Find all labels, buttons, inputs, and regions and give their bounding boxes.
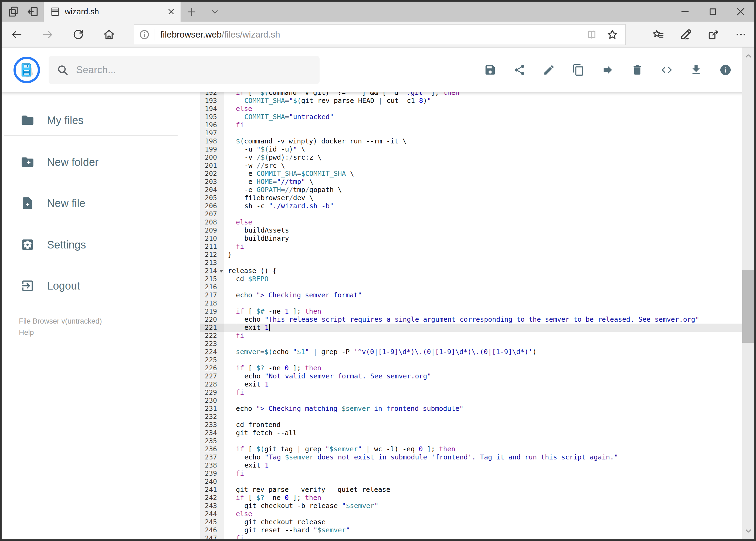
line-number[interactable]: 225 xyxy=(200,356,224,364)
line-number[interactable]: 202 xyxy=(200,170,224,178)
code-line[interactable]: 192 if [ "$(command -v git)" != "" ] && … xyxy=(200,92,742,97)
line-number[interactable]: 230 xyxy=(200,396,224,405)
url-text[interactable]: filebrowser.web/files/wizard.sh xyxy=(160,29,586,40)
download-button[interactable] xyxy=(690,64,702,76)
line-number[interactable]: 209 xyxy=(200,226,224,235)
page-scrollbar[interactable] xyxy=(742,48,754,539)
line-number[interactable]: 221 xyxy=(200,323,224,332)
line-number[interactable]: 207 xyxy=(200,210,224,218)
search-box[interactable] xyxy=(49,56,320,84)
line-number[interactable]: 226 xyxy=(200,364,224,372)
back-button[interactable] xyxy=(9,27,24,42)
fold-arrow-icon[interactable] xyxy=(219,270,223,272)
line-number[interactable]: 203 xyxy=(200,178,224,186)
code-line[interactable]: 201 -w //src \ xyxy=(200,162,742,170)
code-line[interactable]: 242 if [ $? -ne 0 ]; then xyxy=(200,494,742,502)
sidebar-item-logout[interactable]: Logout xyxy=(2,271,190,300)
code-line[interactable]: 244 else xyxy=(200,510,742,518)
code-line[interactable]: 217 echo "> Checking semver format" xyxy=(200,291,742,299)
code-line[interactable]: 222 fi xyxy=(200,332,742,340)
line-number[interactable]: 234 xyxy=(200,429,224,437)
code-line[interactable]: 247 fi xyxy=(200,534,742,539)
sidebar-item-settings[interactable]: Settings xyxy=(2,230,190,260)
code-line[interactable]: 246 git reset --hard "$semver" xyxy=(200,526,742,534)
home-button[interactable] xyxy=(102,27,117,42)
line-number[interactable]: 231 xyxy=(200,405,224,413)
code-line[interactable]: 233 cd frontend xyxy=(200,421,742,429)
tab-close-button[interactable] xyxy=(164,4,178,19)
move-button[interactable] xyxy=(602,64,614,76)
code-line[interactable]: 204 -e GOPATH=//tmp/gopath \ xyxy=(200,186,742,194)
line-number[interactable]: 204 xyxy=(200,186,224,194)
line-number[interactable]: 242 xyxy=(200,494,224,502)
app-logo[interactable] xyxy=(14,57,40,83)
favorites-hub-button[interactable] xyxy=(651,27,666,42)
code-line[interactable]: 239 fi xyxy=(200,469,742,477)
line-number[interactable]: 246 xyxy=(200,526,224,534)
code-line[interactable]: 207 xyxy=(200,210,742,218)
line-number[interactable]: 245 xyxy=(200,518,224,526)
code-line[interactable]: 196 fi xyxy=(200,121,742,129)
minimize-button[interactable] xyxy=(671,2,699,22)
line-number[interactable]: 238 xyxy=(200,461,224,469)
code-line[interactable]: 227 echo "Not valid semver format. See s… xyxy=(200,372,742,380)
code-line[interactable]: 232 xyxy=(200,413,742,421)
code-line[interactable]: 198 $(command -v winpty) docker run --rm… xyxy=(200,137,742,145)
favorite-star-icon[interactable] xyxy=(607,29,619,41)
window-close-button[interactable] xyxy=(727,2,754,22)
line-number[interactable]: 206 xyxy=(200,202,224,210)
code-line[interactable]: 195 COMMIT_SHA="untracked" xyxy=(200,113,742,121)
line-number[interactable]: 235 xyxy=(200,437,224,445)
code-editor[interactable]: 192 if [ "$(command -v git)" != "" ] && … xyxy=(200,92,742,539)
code-line[interactable]: 202 -e COMMIT_SHA=$COMMIT_SHA \ xyxy=(200,170,742,178)
code-line[interactable]: 213 xyxy=(200,259,742,267)
code-line[interactable]: 206 sh -c "./wizard.sh -b" xyxy=(200,202,742,210)
code-line[interactable]: 228 exit 1 xyxy=(200,380,742,388)
save-button[interactable] xyxy=(484,64,496,76)
reading-view-icon[interactable] xyxy=(586,29,597,40)
address-bar[interactable]: filebrowser.web/files/wizard.sh xyxy=(134,24,626,45)
code-line[interactable]: 231 echo "> Checking matching $semver in… xyxy=(200,405,742,413)
share-button[interactable] xyxy=(513,64,526,76)
line-number[interactable]: 240 xyxy=(200,477,224,486)
line-number[interactable]: 201 xyxy=(200,162,224,170)
code-line[interactable]: 194 else xyxy=(200,105,742,113)
code-line[interactable]: 221 exit 1 xyxy=(200,323,742,332)
code-line[interactable]: 243 git checkout -b release "$semver" xyxy=(200,502,742,510)
code-line[interactable]: 230 xyxy=(200,396,742,405)
copy-button[interactable] xyxy=(572,64,585,76)
code-line[interactable]: 234 git fetch --all xyxy=(200,429,742,437)
line-number[interactable]: 224 xyxy=(200,348,224,356)
refresh-button[interactable] xyxy=(71,27,86,42)
code-line[interactable]: 210 buildBinary xyxy=(200,235,742,243)
sidebar-item-new-file[interactable]: New file xyxy=(2,188,190,218)
line-number[interactable]: 199 xyxy=(200,145,224,154)
code-line[interactable]: 197 xyxy=(200,129,742,137)
line-number[interactable]: 237 xyxy=(200,453,224,461)
line-number[interactable]: 223 xyxy=(200,340,224,348)
code-line[interactable]: 240 xyxy=(200,477,742,486)
code-line[interactable]: 199 -u "$(id -u)" \ xyxy=(200,145,742,154)
line-number[interactable]: 227 xyxy=(200,372,224,380)
code-line[interactable]: 224 semver=$(echo "$1" | grep -P '^v(0|[… xyxy=(200,348,742,356)
line-number[interactable]: 210 xyxy=(200,235,224,243)
line-number[interactable]: 228 xyxy=(200,380,224,388)
code-line[interactable]: 203 -e HOME="//tmp" \ xyxy=(200,178,742,186)
line-number[interactable]: 216 xyxy=(200,283,224,291)
code-line[interactable]: 205 filebrowser/dev \ xyxy=(200,194,742,202)
code-line[interactable]: 236 if [ $(git tag | grep "$semver" | wc… xyxy=(200,445,742,453)
line-number[interactable]: 236 xyxy=(200,445,224,453)
code-line[interactable]: 209 buildAssets xyxy=(200,226,742,235)
code-line[interactable]: 245 git checkout release xyxy=(200,518,742,526)
line-number[interactable]: 213 xyxy=(200,259,224,267)
line-number[interactable]: 220 xyxy=(200,315,224,323)
line-number[interactable]: 212 xyxy=(200,251,224,259)
code-line[interactable]: 214release () { xyxy=(200,267,742,275)
code-line[interactable]: 241 git rev-parse --verify --quiet relea… xyxy=(200,486,742,494)
line-number[interactable]: 244 xyxy=(200,510,224,518)
code-line[interactable]: 237 echo "Tag $semver does not exist in … xyxy=(200,453,742,461)
code-line[interactable]: 193 COMMIT_SHA="$(git rev-parse HEAD | c… xyxy=(200,97,742,105)
code-line[interactable]: 220 echo "This release script requires a… xyxy=(200,315,742,323)
line-number[interactable]: 197 xyxy=(200,129,224,137)
search-input[interactable] xyxy=(76,64,297,76)
